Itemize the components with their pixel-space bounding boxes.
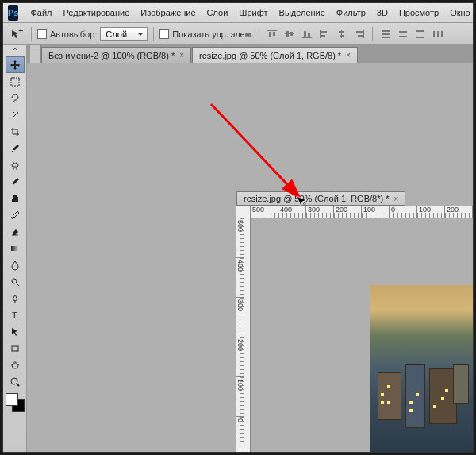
svg-rect-32 bbox=[12, 199, 18, 202]
magic-wand-tool[interactable] bbox=[6, 106, 25, 123]
menu-window[interactable]: Окно bbox=[444, 6, 476, 20]
separator bbox=[372, 27, 373, 41]
brush-tool[interactable] bbox=[6, 173, 25, 190]
svg-rect-31 bbox=[12, 164, 18, 167]
menu-layers[interactable]: Слои bbox=[202, 6, 234, 20]
svg-rect-20 bbox=[382, 33, 390, 35]
rectangular-marquee-tool[interactable] bbox=[6, 73, 25, 90]
ruler-tick: 0 bbox=[236, 417, 244, 452]
distribute-bottom-icon[interactable] bbox=[413, 28, 428, 40]
svg-rect-11 bbox=[321, 31, 327, 33]
spot-healing-brush-tool[interactable] bbox=[6, 156, 25, 173]
document-area: Без имени-2 @ 100% (RGB/8) * × resize.jp… bbox=[27, 45, 473, 452]
ruler-tick: 500 bbox=[236, 218, 244, 258]
svg-rect-3 bbox=[273, 32, 275, 36]
svg-rect-36 bbox=[12, 346, 18, 351]
svg-rect-8 bbox=[304, 31, 306, 37]
zoom-tool[interactable] bbox=[6, 373, 25, 390]
svg-point-37 bbox=[11, 378, 17, 384]
eyedropper-tool[interactable] bbox=[6, 140, 25, 156]
blur-tool[interactable] bbox=[6, 256, 25, 273]
move-tool-indicator-icon[interactable]: + bbox=[8, 27, 25, 41]
document-tab-1[interactable]: Без имени-2 @ 100% (RGB/8) * × bbox=[41, 47, 191, 63]
menu-filter[interactable]: Фильтр bbox=[331, 6, 371, 20]
svg-rect-25 bbox=[416, 37, 424, 38]
menu-file[interactable]: Файл bbox=[25, 6, 57, 20]
svg-rect-7 bbox=[302, 37, 312, 38]
path-selection-tool[interactable] bbox=[6, 323, 25, 340]
tab-gutter bbox=[30, 45, 41, 63]
svg-rect-28 bbox=[441, 31, 443, 37]
svg-rect-29 bbox=[11, 78, 19, 86]
tab-label: resize.jpg @ 50% (Слой 1, RGB/8) * bbox=[199, 51, 341, 60]
ruler-tick: 200 bbox=[445, 206, 473, 218]
vertical-ruler[interactable]: 500 400 300 200 100 0 100 bbox=[236, 206, 251, 452]
gradient-tool[interactable] bbox=[6, 240, 25, 256]
document-tabs: Без имени-2 @ 100% (RGB/8) * × resize.jp… bbox=[27, 45, 473, 63]
svg-rect-21 bbox=[382, 37, 390, 38]
auto-select-checkbox[interactable] bbox=[37, 29, 47, 39]
svg-text:+: + bbox=[18, 29, 23, 35]
close-icon[interactable]: × bbox=[346, 51, 351, 60]
svg-rect-19 bbox=[382, 30, 390, 32]
menu-image[interactable]: Изображение bbox=[135, 6, 201, 20]
collapse-toolbar-icon[interactable] bbox=[5, 47, 25, 55]
eraser-tool[interactable] bbox=[6, 223, 25, 240]
ruler-tick: 200 bbox=[334, 206, 362, 218]
history-brush-tool[interactable] bbox=[6, 206, 25, 223]
dodge-tool[interactable] bbox=[6, 273, 25, 290]
ruler-tick: 0 bbox=[390, 206, 417, 218]
svg-rect-5 bbox=[286, 31, 289, 37]
ruler-tick: 100 bbox=[236, 377, 244, 417]
show-transform-controls-checkbox[interactable] bbox=[159, 29, 169, 39]
separator bbox=[259, 27, 259, 41]
floating-window-tab[interactable]: resize.jpg @ 50% (Слой 1, RGB/8*) * × bbox=[236, 191, 405, 206]
tab-label: resize.jpg @ 50% (Слой 1, RGB/8*) * bbox=[244, 194, 389, 203]
align-right-icon[interactable] bbox=[352, 28, 367, 40]
svg-rect-14 bbox=[339, 31, 344, 33]
menu-type[interactable]: Шрифт bbox=[233, 6, 273, 20]
ruler-tick: 200 bbox=[236, 337, 244, 377]
menu-3d[interactable]: 3D bbox=[371, 6, 393, 20]
close-icon[interactable]: × bbox=[393, 195, 398, 203]
photoshop-window: Ps Файл Редактирование Изображение Слои … bbox=[2, 2, 474, 453]
ruler-tick: 100 bbox=[417, 206, 445, 218]
menu-view[interactable]: Просмотр bbox=[393, 6, 444, 20]
menu-edit[interactable]: Редактирование bbox=[58, 6, 136, 20]
distribute-vcenter-icon[interactable] bbox=[396, 28, 410, 40]
image-content bbox=[370, 285, 473, 452]
move-tool[interactable] bbox=[6, 56, 25, 73]
distribute-top-icon[interactable] bbox=[378, 28, 393, 40]
crop-tool[interactable] bbox=[6, 123, 25, 140]
align-bottom-icon[interactable] bbox=[300, 28, 314, 40]
horizontal-type-tool[interactable]: T bbox=[6, 307, 25, 323]
app-logo: Ps bbox=[8, 5, 18, 21]
pen-tool[interactable] bbox=[6, 290, 25, 307]
floating-canvas[interactable] bbox=[251, 218, 473, 452]
clone-stamp-tool[interactable] bbox=[6, 190, 25, 206]
hand-tool[interactable] bbox=[6, 357, 25, 373]
auto-select-dropdown[interactable]: Слой bbox=[100, 27, 148, 41]
svg-rect-23 bbox=[399, 36, 407, 37]
svg-rect-33 bbox=[11, 246, 19, 251]
rectangle-tool[interactable] bbox=[6, 340, 25, 357]
align-hcenter-icon[interactable] bbox=[335, 28, 349, 40]
lasso-tool[interactable] bbox=[6, 90, 25, 106]
color-swatches[interactable] bbox=[6, 393, 25, 412]
distribute-left-icon[interactable] bbox=[431, 28, 445, 40]
workspace: T Без имени-2 @ 100% (RGB/8) * × resize.… bbox=[3, 45, 473, 452]
svg-point-34 bbox=[12, 279, 17, 283]
align-left-icon[interactable] bbox=[317, 28, 332, 40]
menu-select[interactable]: Выделение bbox=[274, 6, 331, 20]
align-top-icon[interactable] bbox=[265, 28, 279, 40]
document-tab-2[interactable]: resize.jpg @ 50% (Слой 1, RGB/8) * × bbox=[192, 47, 358, 63]
svg-rect-10 bbox=[320, 30, 321, 38]
foreground-color-swatch[interactable] bbox=[6, 393, 18, 406]
floating-document-window[interactable]: resize.jpg @ 50% (Слой 1, RGB/8*) * × 50… bbox=[236, 191, 473, 452]
svg-rect-6 bbox=[290, 32, 293, 36]
svg-text:T: T bbox=[12, 310, 17, 320]
align-vcenter-icon[interactable] bbox=[282, 28, 297, 40]
horizontal-ruler[interactable]: 500 400 300 200 100 0 100 200 bbox=[251, 206, 473, 218]
auto-select-value: Слой bbox=[106, 29, 127, 39]
close-icon[interactable]: × bbox=[179, 51, 184, 60]
